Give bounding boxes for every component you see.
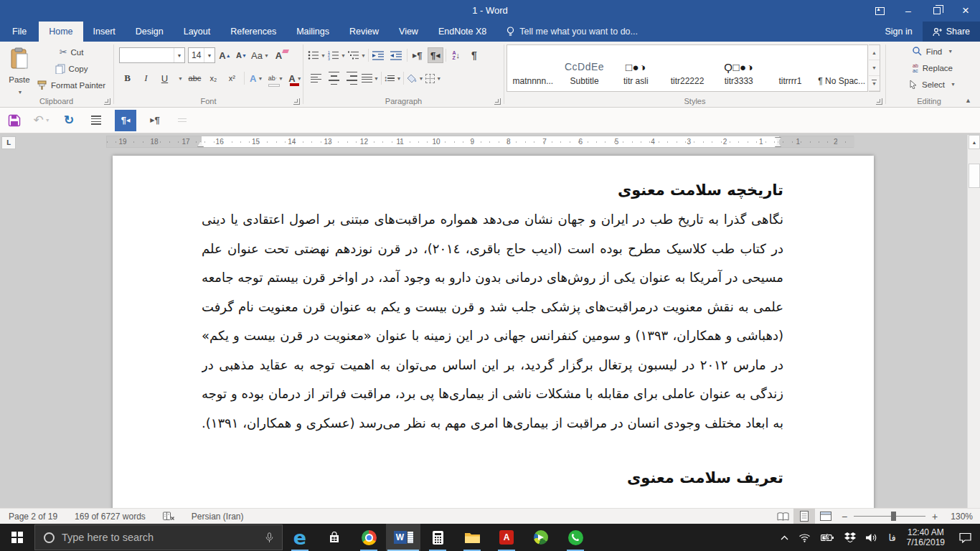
bullets-button[interactable]: ▼ (308, 47, 326, 63)
battery-tray-button[interactable] (816, 534, 839, 542)
align-center-button[interactable] (326, 70, 341, 86)
style-item[interactable]: □●◑ titr asli (610, 45, 661, 91)
italic-button[interactable]: I (139, 71, 153, 86)
clear-formatting-button[interactable]: A (272, 48, 286, 63)
style-item[interactable]: CcDdEe Subtitle (559, 45, 611, 91)
rtl-direction-button[interactable]: ¶◀ (428, 47, 443, 63)
taskbar-store-button[interactable] (317, 524, 352, 551)
line-spacing-button[interactable]: ↕▼ (384, 70, 401, 86)
word-count[interactable]: 169 of 6727 words (66, 509, 154, 524)
zoom-level[interactable]: 130% (943, 512, 976, 522)
shrink-font-button[interactable]: A▼ (235, 48, 248, 63)
font-size-combo[interactable]: 14▼ (188, 47, 215, 63)
style-item[interactable]: matnnnn... (507, 45, 559, 91)
style-item[interactable]: titrrrr1 (765, 45, 816, 91)
styles-scroll-down-button[interactable]: ▼ (869, 60, 880, 75)
tray-expand-chevron[interactable] (776, 535, 793, 540)
zoom-out-button[interactable]: − (837, 511, 852, 522)
change-case-button[interactable]: Aa▼ (251, 48, 269, 63)
language-indicator[interactable]: Persian (Iran) (183, 509, 253, 524)
taskbar-word-button[interactable]: W (386, 524, 420, 551)
taskbar-edge-button[interactable]: e (283, 524, 317, 551)
start-button[interactable] (0, 524, 34, 551)
strikethrough-button[interactable]: abc (188, 71, 202, 86)
font-name-combo[interactable]: ▼ (119, 47, 185, 63)
highlight-button[interactable]: ab▼ (268, 71, 283, 86)
select-button[interactable]: Select▼ (894, 77, 971, 91)
align-right-button[interactable] (344, 70, 359, 86)
tab-review[interactable]: Review (339, 22, 389, 42)
tab-endnote[interactable]: EndNote X8 (428, 22, 496, 42)
style-item[interactable]: ¶ No Spac... (816, 45, 867, 91)
zoom-slider-thumb[interactable] (891, 512, 896, 521)
underline-dropdown-arrow[interactable]: ▼ (178, 76, 183, 81)
styles-dialog-launcher[interactable] (876, 98, 882, 105)
underline-button[interactable]: U (158, 71, 171, 86)
dropbox-tray-button[interactable] (839, 532, 861, 542)
style-item[interactable]: titr22222 (661, 45, 713, 91)
find-button[interactable]: Find▼ (894, 44, 971, 58)
tab-mailings[interactable]: Mailings (286, 22, 339, 42)
taskbar-explorer-button[interactable] (455, 524, 489, 551)
cut-button[interactable]: ✂ Cut (37, 46, 105, 58)
ltr-direction-button[interactable]: ▶¶ (410, 47, 425, 63)
page-indicator[interactable]: Page 2 of 19 (0, 509, 66, 524)
ribbon-display-options-button[interactable] (865, 0, 894, 22)
font-color-button[interactable]: A▼ (288, 71, 302, 86)
read-mode-button[interactable] (772, 509, 793, 524)
font-name-dropdown-arrow[interactable]: ▼ (174, 48, 184, 62)
increase-indent-button[interactable] (389, 47, 405, 63)
sort-button[interactable]: AZ↓ (448, 47, 464, 63)
close-button[interactable]: × (951, 0, 980, 22)
qat-ltr-direction-button[interactable]: ▶¶ (146, 110, 164, 131)
volume-tray-button[interactable] (861, 533, 883, 542)
wifi-tray-button[interactable] (793, 533, 816, 542)
proofing-status[interactable] (154, 509, 183, 524)
justify-button[interactable]: ▼ (362, 70, 379, 86)
microphone-icon[interactable] (265, 532, 273, 543)
numbering-button[interactable]: 123 ▼ (328, 47, 346, 63)
tab-design[interactable]: Design (126, 22, 174, 42)
clipboard-dialog-launcher[interactable] (104, 98, 110, 105)
taskbar-chrome-button[interactable] (352, 524, 386, 551)
taskbar-search-box[interactable]: Type here to search (34, 524, 283, 550)
taskbar-acrobat-button[interactable]: A (489, 524, 524, 551)
action-center-button[interactable] (951, 532, 980, 543)
minimize-button[interactable]: – (894, 0, 923, 22)
replace-button[interactable]: abac Replace (894, 61, 971, 75)
vertical-scrollbar[interactable]: ▲ (967, 135, 980, 508)
sign-in-button[interactable]: Sign in (875, 22, 922, 42)
styles-scroll-up-button[interactable]: ▲ (869, 45, 880, 60)
zoom-slider-track[interactable] (854, 516, 925, 517)
superscript-button[interactable]: x² (225, 71, 239, 86)
decrease-indent-button[interactable] (371, 47, 387, 63)
zoom-in-button[interactable]: + (927, 511, 943, 522)
qat-rtl-direction-button[interactable]: ¶◀ (115, 110, 136, 131)
collapse-ribbon-button[interactable]: ▲ (965, 97, 971, 104)
redo-button[interactable]: ↻ (60, 110, 77, 131)
taskbar-idm-button[interactable] (524, 524, 558, 551)
horizontal-ruler[interactable]: 191817 16151413121110987654321 12 (106, 136, 854, 148)
tab-layout[interactable]: Layout (174, 22, 221, 42)
format-painter-button[interactable]: Format Painter (37, 79, 105, 91)
font-size-dropdown-arrow[interactable]: ▼ (204, 48, 215, 62)
font-dialog-launcher[interactable] (293, 98, 300, 105)
shading-button[interactable]: ▼ (406, 70, 423, 86)
copy-button[interactable]: Copy (37, 62, 105, 75)
multilevel-list-button[interactable]: ▼ (348, 47, 366, 63)
bold-button[interactable]: B (121, 71, 134, 86)
tab-stop-selector[interactable]: L (1, 136, 16, 149)
tab-insert[interactable]: Insert (83, 22, 126, 42)
share-button[interactable]: Share (923, 22, 980, 42)
tray-clock[interactable]: 12:40 AM 7/16/2019 (901, 527, 951, 547)
tab-view[interactable]: View (389, 22, 428, 42)
scrollbar-up-arrow[interactable]: ▲ (969, 135, 980, 149)
scrollbar-thumb[interactable] (969, 164, 980, 188)
text-effects-button[interactable]: A▼ (250, 71, 263, 86)
undo-button[interactable]: ↶▼ (33, 110, 50, 131)
taskbar-whatsapp-button[interactable] (558, 524, 593, 551)
web-layout-button[interactable] (815, 509, 837, 524)
restore-button[interactable] (923, 0, 951, 22)
tab-home[interactable]: Home (39, 22, 83, 42)
input-language-indicator[interactable]: فا (883, 532, 900, 543)
